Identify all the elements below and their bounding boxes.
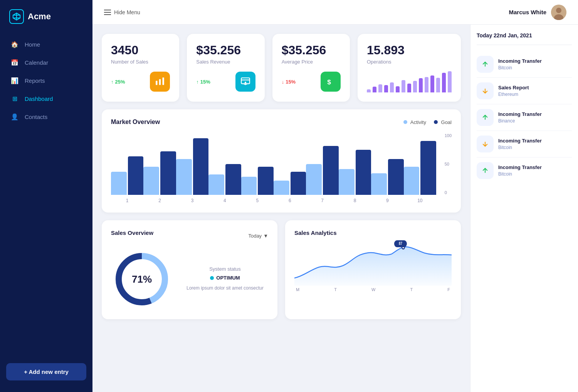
activity-legend-item: Activity	[403, 119, 426, 125]
sidebar: Acme 🏠 Home 📅 Calendar 📊 Reports ⊞ Dashb…	[0, 0, 92, 392]
operations-bar	[442, 73, 446, 92]
sidebar-item-calendar[interactable]: 📅 Calendar	[0, 54, 92, 72]
analytics-title: Sales Analytics	[294, 230, 337, 236]
activity-bar	[339, 169, 355, 195]
bar-group	[306, 146, 338, 195]
activity-icon-box	[477, 109, 494, 126]
operations-bar	[448, 71, 452, 92]
chart-x-label: 3	[176, 198, 208, 203]
sidebar-item-label-reports: Reports	[25, 77, 45, 84]
operations-bar	[430, 75, 434, 92]
market-chart-container: 100 50 0 12345678910	[111, 133, 452, 203]
stat-cards-row: 3450 Number of Sales ↑ 25%	[102, 34, 461, 102]
activity-bar	[241, 177, 257, 195]
status-badge: OPTIMUM	[182, 275, 268, 281]
chart-x-label: 1	[111, 198, 143, 203]
bar-group	[111, 156, 143, 195]
activity-item[interactable]: Incoming TransferBinance	[477, 104, 572, 131]
avg-price-change: ↓ 15%	[282, 79, 296, 85]
calendar-icon: 📅	[11, 59, 18, 66]
activity-icon-box	[477, 136, 494, 152]
activity-text: Incoming TransferBitcoin	[498, 138, 572, 151]
activity-item[interactable]: Incoming TransferBitcoin	[477, 131, 572, 157]
up-arrow-icon: ↑	[111, 79, 114, 85]
activity-bar	[306, 164, 322, 195]
activity-text: Incoming TransferBinance	[498, 111, 572, 124]
operations-bar	[413, 81, 417, 92]
sales-overview-header: Sales Overview Today ▼	[111, 230, 268, 242]
user-name: Marcus White	[509, 9, 546, 15]
activity-icon-box	[477, 56, 494, 73]
ops-label: Operations	[367, 59, 452, 65]
bar-group	[371, 159, 403, 195]
header: Hide Menu Marcus White	[92, 0, 578, 25]
sidebar-item-dashboard[interactable]: ⊞ Dashboard	[0, 90, 92, 108]
today-dropdown[interactable]: Today ▼	[248, 233, 268, 239]
bar-group	[404, 141, 436, 195]
up-arrow-icon-2: ↑	[196, 79, 199, 85]
contacts-icon: 👤	[11, 113, 18, 121]
operations-mini-chart	[367, 69, 452, 92]
donut-chart: 71%	[111, 248, 173, 310]
activity-bar	[208, 174, 224, 195]
activity-bar	[404, 167, 420, 195]
revenue-label: Sales Revenue	[196, 59, 255, 65]
activity-icon-box	[477, 162, 494, 179]
sales-card-bottom: ↑ 25%	[111, 72, 170, 92]
goal-legend-item: Goal	[434, 119, 452, 125]
lorem-text: Lorem ipsum dolor sit amet consectur	[182, 285, 268, 292]
activity-item[interactable]: Incoming TransferBitcoin	[477, 157, 572, 184]
activity-bar	[143, 167, 159, 195]
avatar	[551, 5, 566, 20]
operations-bar	[378, 84, 382, 92]
goal-bar	[258, 167, 274, 195]
sidebar-item-reports[interactable]: 📊 Reports	[0, 72, 92, 90]
operations-bar	[373, 87, 376, 92]
svg-point-5	[556, 8, 561, 13]
sales-analytics-card: Sales Analytics	[285, 220, 461, 319]
operations-bar	[367, 89, 371, 92]
revenue-change: ↑ 15%	[196, 79, 210, 85]
sales-icon-box	[150, 72, 170, 92]
activity-item[interactable]: Incoming TransferBitcoin	[477, 51, 572, 78]
goal-bar	[388, 159, 404, 195]
sales-number: 3450	[111, 43, 170, 57]
chart-x-label: 6	[274, 198, 306, 203]
activity-text: Incoming TransferBitcoin	[498, 164, 572, 177]
chevron-down-icon: ▼	[263, 233, 268, 239]
activity-item[interactable]: Sales ReportEthereum	[477, 78, 572, 104]
add-entry-label: + Add new entry	[24, 369, 69, 375]
svg-text:87: 87	[399, 241, 402, 246]
goal-bar	[193, 138, 209, 195]
operations-bar	[425, 77, 428, 92]
down-arrow-icon: ↓	[282, 79, 284, 85]
sidebar-item-label-calendar: Calendar	[25, 59, 48, 66]
sales-label: Number of Sales	[111, 59, 170, 65]
donut-container: 71% System status OPTIMUM Lorem ipsum do…	[111, 248, 268, 310]
ops-number: 15.893	[367, 43, 452, 57]
sidebar-item-contacts[interactable]: 👤 Contacts	[0, 108, 92, 126]
operations-bar	[402, 80, 405, 92]
grid-icon: ⊞	[11, 95, 18, 102]
revenue-number: $35.256	[196, 43, 255, 57]
sidebar-bottom: + Add new entry	[0, 355, 92, 392]
content-area: 3450 Number of Sales ↑ 25%	[92, 25, 578, 392]
sidebar-item-label-dashboard: Dashboard	[25, 95, 53, 102]
activity-title: Incoming Transfer	[498, 111, 572, 118]
add-entry-button[interactable]: + Add new entry	[6, 363, 86, 380]
bottom-row: Sales Overview Today ▼	[102, 220, 461, 319]
activity-icon-box	[477, 82, 494, 99]
stat-card-sales: 3450 Number of Sales ↑ 25%	[102, 34, 179, 102]
pie-chart-icon: 📊	[11, 77, 18, 84]
hide-menu-button[interactable]: Hide Menu	[104, 9, 140, 15]
analytics-chart: 87	[294, 240, 452, 286]
sidebar-item-home[interactable]: 🏠 Home	[0, 35, 92, 54]
activity-text: Sales ReportEthereum	[498, 85, 572, 97]
operations-bar	[396, 86, 400, 92]
sidebar-item-label-contacts: Contacts	[25, 114, 47, 120]
revenue-icon-box	[235, 72, 255, 92]
hamburger-icon	[104, 10, 111, 15]
chart-x-label: 8	[339, 198, 371, 203]
app-name: Acme	[28, 12, 51, 22]
svg-rect-8	[159, 79, 161, 85]
